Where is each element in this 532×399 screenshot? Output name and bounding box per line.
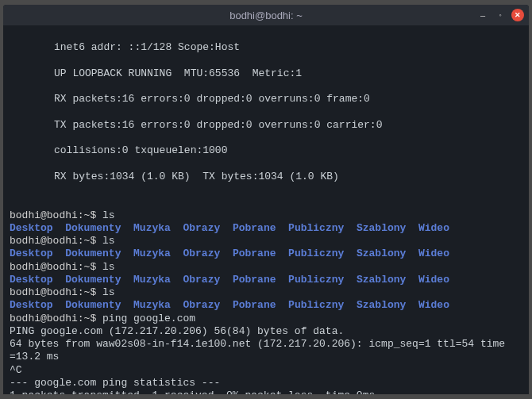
dir-item: Obrazy xyxy=(183,247,220,260)
dir-item: Publiczny xyxy=(288,247,344,260)
dir-item: Pobrane xyxy=(233,247,276,260)
ls-output-row: Desktop Dokumenty Muzyka Obrazy Pobrane … xyxy=(10,222,449,234)
dir-item: Pobrane xyxy=(233,274,276,286)
dir-item: Publiczny xyxy=(288,222,344,235)
command: ls xyxy=(102,209,115,221)
window-title: bodhi@bodhi: ~ xyxy=(229,10,303,21)
terminal-window: bodhi@bodhi: ~ inet6 addr: ::1/128 Scope… xyxy=(3,5,529,394)
dir-item: Dokumenty xyxy=(65,274,121,286)
dir-item: Wideo xyxy=(418,274,449,286)
dir-item: Muzyka xyxy=(133,247,171,260)
dir-item: Desktop xyxy=(10,274,53,286)
maximize-button[interactable] xyxy=(494,9,507,21)
command: ls xyxy=(102,286,115,298)
prompt: bodhi@bodhi:~$ xyxy=(10,313,102,324)
ping-line: =13.2 ms xyxy=(10,351,59,363)
dir-item: Wideo xyxy=(418,222,449,235)
dir-item: Pobrane xyxy=(233,299,276,312)
dir-item: Szablony xyxy=(357,222,406,235)
dir-item: Dokumenty xyxy=(65,247,121,260)
ping-line: --- google.com ping statistics --- xyxy=(10,377,220,389)
close-button[interactable] xyxy=(511,9,524,21)
dir-item: Szablony xyxy=(357,274,406,286)
ls-output-row: Desktop Dokumenty Muzyka Obrazy Pobrane … xyxy=(10,274,449,286)
command: ls xyxy=(102,261,115,273)
ping-line: ^C xyxy=(10,364,22,376)
command: ls xyxy=(102,235,115,247)
ping-line: 64 bytes from waw02s08-in-f14.1e100.net … xyxy=(10,338,505,350)
dir-item: Publiczny xyxy=(288,299,344,312)
prompt: bodhi@bodhi:~$ xyxy=(10,261,102,273)
ifconfig-line: RX bytes:1034 (1.0 KB) TX bytes:1034 (1.… xyxy=(10,171,522,183)
command: ping google.com xyxy=(102,313,195,324)
dir-item: Dokumenty xyxy=(65,299,121,312)
ifconfig-line: TX packets:16 errors:0 dropped:0 overrun… xyxy=(10,119,522,132)
dir-item: Obrazy xyxy=(183,274,220,286)
ls-output-row: Desktop Dokumenty Muzyka Obrazy Pobrane … xyxy=(10,299,449,311)
ifconfig-line: inet6 addr: ::1/128 Scope:Host xyxy=(10,41,522,54)
dir-item: Szablony xyxy=(357,299,406,312)
dir-item: Muzyka xyxy=(133,222,171,235)
minimize-button[interactable] xyxy=(476,9,489,21)
dir-item: Obrazy xyxy=(183,299,220,312)
dir-item: Wideo xyxy=(418,299,449,312)
ls-output-row: Desktop Dokumenty Muzyka Obrazy Pobrane … xyxy=(10,247,449,259)
dir-item: Dokumenty xyxy=(65,222,121,235)
dir-item: Muzyka xyxy=(133,274,171,286)
ping-line: 1 packets transmitted, 1 received, 0% pa… xyxy=(10,389,375,394)
dir-item: Pobrane xyxy=(233,222,276,235)
dir-item: Muzyka xyxy=(133,299,171,312)
prompt: bodhi@bodhi:~$ xyxy=(10,286,102,298)
ifconfig-line: RX packets:16 errors:0 dropped:0 overrun… xyxy=(10,93,522,106)
dir-item: Wideo xyxy=(418,247,449,260)
prompt: bodhi@bodhi:~$ xyxy=(10,209,102,221)
dir-item: Desktop xyxy=(10,247,53,260)
titlebar[interactable]: bodhi@bodhi: ~ xyxy=(3,5,529,25)
ifconfig-line: collisions:0 txqueuelen:1000 xyxy=(10,144,522,157)
prompt: bodhi@bodhi:~$ xyxy=(10,235,102,247)
ping-line: PING google.com (172.217.20.206) 56(84) … xyxy=(10,325,344,337)
dir-item: Desktop xyxy=(10,299,53,312)
terminal-body[interactable]: inet6 addr: ::1/128 Scope:Host UP LOOPBA… xyxy=(3,25,529,394)
dir-item: Szablony xyxy=(357,247,406,260)
ifconfig-line: UP LOOPBACK RUNNING MTU:65536 Metric:1 xyxy=(10,67,522,80)
window-controls xyxy=(476,9,524,21)
dir-item: Desktop xyxy=(10,222,53,235)
dir-item: Obrazy xyxy=(183,222,220,235)
dir-item: Publiczny xyxy=(288,274,344,286)
